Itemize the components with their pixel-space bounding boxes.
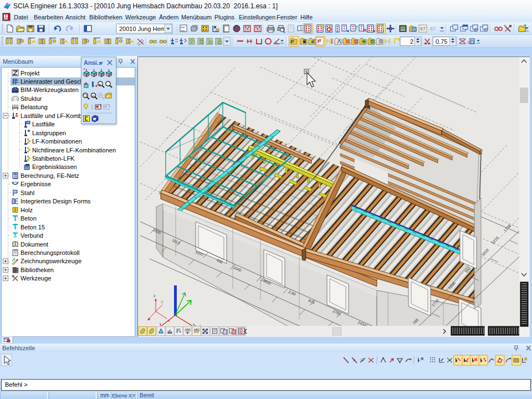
svg-text:20010 Jung Hemst: 20010 Jung Hemst: [119, 25, 170, 32]
svg-text:z: z: [154, 294, 156, 298]
svg-text:67: 67: [420, 26, 426, 32]
svg-text:cm: cm: [181, 29, 185, 33]
svg-text:1010: 1010: [481, 248, 490, 257]
svg-text:0.75: 0.75: [436, 38, 447, 45]
svg-text:z: z: [84, 67, 85, 70]
svg-text:2: 2: [410, 38, 413, 45]
svg-text:ABC: ABC: [185, 328, 191, 331]
svg-text:1736: 1736: [503, 223, 512, 232]
svg-text:1: 1: [467, 40, 470, 45]
svg-text:G: G: [361, 357, 364, 362]
svg-text:Y: Y: [161, 300, 163, 304]
svg-text:67: 67: [430, 26, 436, 32]
svg-text:5210: 5210: [491, 236, 500, 244]
